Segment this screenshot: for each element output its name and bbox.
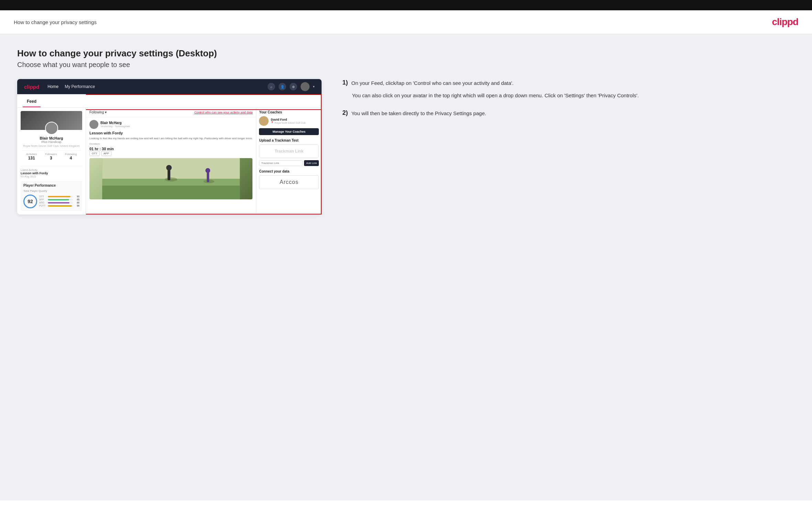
bar-ott-fill xyxy=(48,196,71,197)
post-avatar xyxy=(89,120,98,129)
following-chevron: ▾ xyxy=(105,110,107,114)
feed-tab-bar: Feed xyxy=(17,94,322,108)
bar-ott: OTT 90 xyxy=(39,195,79,198)
search-icon[interactable]: ⌕ xyxy=(268,83,275,90)
avatar-chevron[interactable]: ▾ xyxy=(313,85,315,88)
arccos-label: Arccos xyxy=(262,179,316,185)
latest-activity: Latest Activity Lesson with Fordy 03 Aug… xyxy=(21,166,82,178)
post-duration-value: 01 hr : 30 min xyxy=(89,147,252,151)
control-link[interactable]: Control who can see your activity and da… xyxy=(194,111,253,114)
app-preview: clippd Home My Performance ⌕ 👤 ⊕ ▾ Feed xyxy=(17,79,322,214)
connect-section-title: Connect your data xyxy=(259,169,319,173)
instruction-2-row: 2) You will then be taken directly to th… xyxy=(342,109,795,118)
tag-app: APP xyxy=(101,151,111,156)
page-footer: Copyright Clippd 2022 xyxy=(0,500,812,507)
golf-image-svg xyxy=(89,158,252,199)
page-header: How to change your privacy settings clip… xyxy=(0,10,812,34)
pp-bars: OTT 90 APP 85 xyxy=(39,195,79,208)
connect-section: Connect your data Arccos xyxy=(259,169,319,189)
profile-info: Blair McHarg Plus Handicap Royal North D… xyxy=(21,130,82,163)
tpq-circle: 92 xyxy=(23,195,37,208)
nav-my-performance[interactable]: My Performance xyxy=(65,84,95,89)
feed-post: Blair McHarg Yesterday · Sunningdale Les… xyxy=(86,117,256,202)
left-column: Blair McHarg Plus Handicap Royal North D… xyxy=(17,108,86,214)
bar-ott-track xyxy=(48,196,73,197)
bar-arg: ARG 86 xyxy=(39,201,79,204)
post-image xyxy=(89,158,252,199)
manage-coaches-button[interactable]: Manage Your Coaches xyxy=(259,128,319,135)
instruction-2-text: You will then be taken directly to the P… xyxy=(351,109,486,118)
trackman-placeholder: Trackman Link xyxy=(262,149,316,154)
center-column: Following ▾ Control who can see your act… xyxy=(86,108,256,214)
app-logo: clippd xyxy=(24,84,39,90)
trackman-box: Trackman Link xyxy=(259,144,319,158)
arccos-box: Arccos xyxy=(259,175,319,189)
bar-app-fill xyxy=(48,199,69,200)
player-perf-subtitle: Total Player Quality xyxy=(23,189,79,192)
player-performance: Player Performance Total Player Quality … xyxy=(21,181,82,211)
post-description: Looking to feel like my hands are exitin… xyxy=(89,136,252,140)
bar-app-track xyxy=(48,199,73,200)
bar-putt-track xyxy=(48,205,73,207)
latest-activity-date: 03 Aug 2022 xyxy=(21,175,82,178)
bar-putt-fill xyxy=(48,205,72,207)
bar-ott-label: OTT xyxy=(39,195,47,198)
trackman-section: Upload a Trackman Test Trackman Link Add… xyxy=(259,139,319,166)
bar-app-val: 85 xyxy=(74,198,79,201)
profile-avatar-img xyxy=(45,122,58,135)
stat-followers-label: Followers xyxy=(45,153,57,156)
content-row: clippd Home My Performance ⌕ 👤 ⊕ ▾ Feed xyxy=(17,79,795,214)
bar-putt-label: PUTT xyxy=(39,205,47,207)
add-link-button[interactable]: Add Link xyxy=(304,160,319,166)
bar-putt-val: 96 xyxy=(74,205,79,207)
following-bar: Following ▾ Control who can see your act… xyxy=(86,108,256,117)
stat-followers: Followers 3 xyxy=(45,153,57,161)
coaches-section-title: Your Coaches xyxy=(259,110,319,114)
app-preview-wrapper: clippd Home My Performance ⌕ 👤 ⊕ ▾ Feed xyxy=(17,79,322,214)
user-avatar[interactable] xyxy=(301,82,310,91)
bar-app: APP 85 xyxy=(39,198,79,201)
instruction-1-extra: You can also click on your avatar in the… xyxy=(352,91,795,100)
bar-arg-label: ARG xyxy=(39,201,47,204)
coach-item: David Ford 📍 Royal North Devon Golf Club xyxy=(259,116,319,126)
plus-icon[interactable]: ⊕ xyxy=(290,83,297,90)
instruction-1-number: 1) xyxy=(342,79,348,87)
bar-ott-val: 90 xyxy=(74,195,79,198)
following-label: Following xyxy=(89,110,104,114)
main-heading: How to change your privacy settings (Des… xyxy=(17,48,795,59)
stat-following: Following 4 xyxy=(65,153,77,161)
stat-following-value: 4 xyxy=(65,156,77,161)
location-icon: 📍 xyxy=(271,121,274,124)
coach-name: David Ford xyxy=(271,118,305,121)
bar-arg-val: 86 xyxy=(74,201,79,204)
instructions-panel: 1) On your Feed, click/tap on 'Control w… xyxy=(335,79,795,127)
trackman-input-row: Add Link xyxy=(259,160,319,166)
app-body: Blair McHarg Plus Handicap Royal North D… xyxy=(17,108,322,214)
post-title: Lesson with Fordy xyxy=(89,131,252,135)
following-button[interactable]: Following ▾ xyxy=(89,110,107,114)
post-duration-label: Duration xyxy=(89,142,252,145)
tag-ott: OTT xyxy=(89,151,100,156)
stat-activities-label: Activities xyxy=(26,153,37,156)
nav-icons: ⌕ 👤 ⊕ ▾ xyxy=(268,82,315,91)
bar-arg-fill xyxy=(48,202,69,203)
app-nav: clippd Home My Performance ⌕ 👤 ⊕ ▾ xyxy=(17,79,322,94)
instruction-2-number: 2) xyxy=(342,109,348,118)
user-icon[interactable]: 👤 xyxy=(279,83,286,90)
main-content: How to change your privacy settings (Des… xyxy=(0,34,812,500)
feed-tab[interactable]: Feed xyxy=(23,97,41,107)
post-tags: OTT APP xyxy=(89,151,252,156)
clippd-logo: clippd xyxy=(772,16,798,27)
profile-stats: Activities 131 Followers 3 Following 4 xyxy=(22,150,81,161)
stat-followers-value: 3 xyxy=(45,156,57,161)
trackman-section-title: Upload a Trackman Test xyxy=(259,139,319,142)
instruction-1-text: On your Feed, click/tap on 'Control who … xyxy=(351,79,513,87)
profile-handicap: Plus Handicap xyxy=(22,140,81,144)
svg-point-5 xyxy=(166,165,172,170)
bar-arg-track xyxy=(48,202,73,203)
instruction-1-row: 1) On your Feed, click/tap on 'Control w… xyxy=(342,79,795,87)
trackman-input[interactable] xyxy=(259,160,303,166)
main-subheading: Choose what you want people to see xyxy=(17,61,795,69)
coach-info: David Ford 📍 Royal North Devon Golf Club xyxy=(271,118,305,124)
nav-home[interactable]: Home xyxy=(47,84,58,89)
